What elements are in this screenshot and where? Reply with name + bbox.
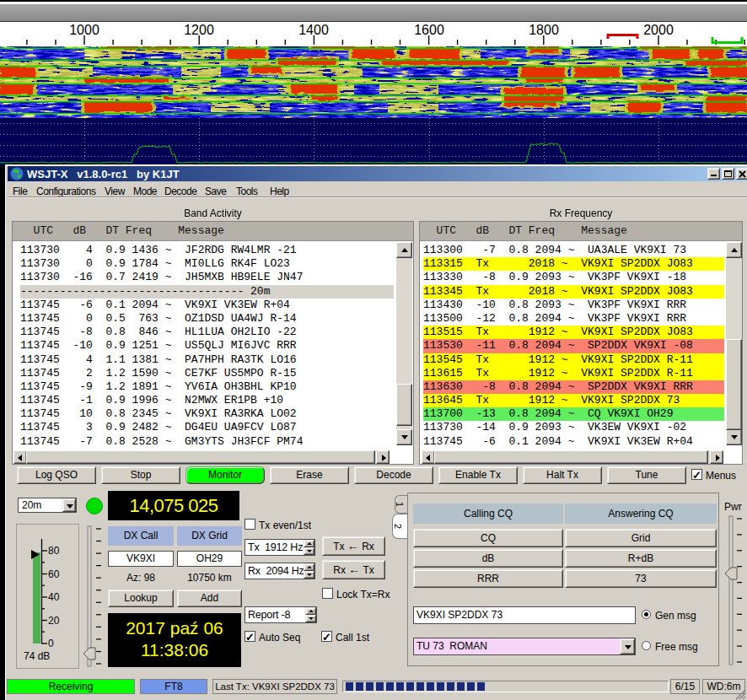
svg-text:2000: 2000 xyxy=(643,23,674,37)
svg-text:80: 80 xyxy=(48,545,60,557)
svg-text:40: 40 xyxy=(48,591,60,603)
svg-text:1400: 1400 xyxy=(298,23,329,37)
svg-text:1800: 1800 xyxy=(529,23,559,37)
svg-text:1600: 1600 xyxy=(414,23,444,37)
svg-text:20: 20 xyxy=(48,615,60,627)
svg-text:60: 60 xyxy=(48,568,60,580)
svg-text:74 dB: 74 dB xyxy=(24,650,50,662)
svg-text:1000: 1000 xyxy=(69,23,99,37)
svg-text:1200: 1200 xyxy=(184,23,214,37)
svg-text:0: 0 xyxy=(48,638,54,649)
